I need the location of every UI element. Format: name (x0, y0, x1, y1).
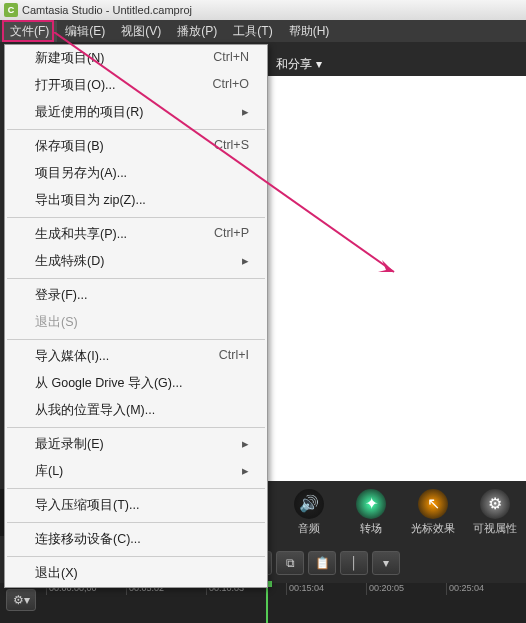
menu-separator (7, 556, 265, 557)
menu-item-label: 从 Google Drive 导入(G)... (35, 375, 182, 392)
menu-item-label: 打开项目(O)... (35, 77, 115, 94)
file-menu-dropdown: 新建项目(N)Ctrl+N打开项目(O)...Ctrl+O最近使用的项目(R)▸… (4, 44, 268, 588)
menu-item-label: 导出项目为 zip(Z)... (35, 192, 146, 209)
menu-view[interactable]: 视图(V) (113, 21, 169, 42)
tab-转场[interactable]: ✦转场 (340, 489, 402, 536)
menu-file[interactable]: 文件(F) (2, 21, 57, 42)
menu-item-shortcut: Ctrl+P (214, 226, 249, 243)
menu-item[interactable]: 登录(F)... (5, 282, 267, 309)
menu-item[interactable]: 打开项目(O)...Ctrl+O (5, 72, 267, 99)
menu-separator (7, 278, 265, 279)
menu-edit[interactable]: 编辑(E) (57, 21, 113, 42)
menu-item-label: 项目另存为(A)... (35, 165, 127, 182)
menu-tools[interactable]: 工具(T) (225, 21, 280, 42)
menu-item-shortcut: ▸ (242, 436, 249, 453)
playhead[interactable] (266, 583, 268, 623)
menu-item-label: 连接移动设备(C)... (35, 531, 141, 548)
menu-item-label: 从我的位置导入(M)... (35, 402, 155, 419)
timeline-ruler[interactable]: 00:00:00;0000:05:0200:10:0300:15:0400:20… (46, 583, 526, 623)
tab-label: 转场 (360, 521, 382, 536)
tab-icon: ↖ (418, 489, 448, 519)
menu-item-label: 导入压缩项目(T)... (35, 497, 139, 514)
split-button[interactable]: │ (340, 551, 368, 575)
menu-separator (7, 522, 265, 523)
menu-separator (7, 339, 265, 340)
menu-item-label: 退出(S) (35, 314, 78, 331)
title-bar: C Camtasia Studio - Untitled.camproj (0, 0, 526, 20)
time-tick: 00:15:04 (286, 583, 324, 595)
time-tick: 00:20:05 (366, 583, 404, 595)
tab-label: 光标效果 (411, 521, 455, 536)
menu-separator (7, 129, 265, 130)
menu-item-shortcut: ▸ (242, 104, 249, 121)
tool-button[interactable]: ▾ (372, 551, 400, 575)
app-icon: C (4, 3, 18, 17)
share-toolbar[interactable]: 和分享 ▾ (268, 52, 330, 76)
menu-item-shortcut: ▸ (242, 463, 249, 480)
menu-item-shortcut: ▸ (242, 253, 249, 270)
menu-item-label: 最近使用的项目(R) (35, 104, 143, 121)
menu-item-label: 最近录制(E) (35, 436, 104, 453)
menu-item-label: 库(L) (35, 463, 63, 480)
time-tick: 00:25:04 (446, 583, 484, 595)
menu-item[interactable]: 从我的位置导入(M)... (5, 397, 267, 424)
timeline[interactable]: ⚙▾ 00:00:00;0000:05:0200:10:0300:15:0400… (0, 583, 526, 623)
menu-item[interactable]: 库(L)▸ (5, 458, 267, 485)
timeline-settings-button[interactable]: ⚙▾ (6, 589, 36, 611)
menu-item[interactable]: 最近录制(E)▸ (5, 431, 267, 458)
menu-item-shortcut: Ctrl+N (213, 50, 249, 67)
menu-item[interactable]: 最近使用的项目(R)▸ (5, 99, 267, 126)
menu-play[interactable]: 播放(P) (169, 21, 225, 42)
menu-help[interactable]: 帮助(H) (281, 21, 338, 42)
tab-label: 音频 (298, 521, 320, 536)
tab-label: 可视属性 (473, 521, 517, 536)
menu-separator (7, 488, 265, 489)
menu-item[interactable]: 连接移动设备(C)... (5, 526, 267, 553)
menu-item[interactable]: 导入压缩项目(T)... (5, 492, 267, 519)
menu-item[interactable]: 新建项目(N)Ctrl+N (5, 45, 267, 72)
menu-item-shortcut: Ctrl+I (219, 348, 249, 365)
window-title: Camtasia Studio - Untitled.camproj (22, 4, 192, 16)
tab-光标效果[interactable]: ↖光标效果 (402, 489, 464, 536)
menu-item: 退出(S) (5, 309, 267, 336)
menu-item[interactable]: 保存项目(B)Ctrl+S (5, 133, 267, 160)
menu-item[interactable]: 生成和共享(P)...Ctrl+P (5, 221, 267, 248)
preview-canvas[interactable] (268, 76, 526, 481)
menu-item-shortcut: Ctrl+O (213, 77, 249, 94)
menu-item-label: 登录(F)... (35, 287, 87, 304)
menu-item-label: 新建项目(N) (35, 50, 104, 67)
tab-可视属性[interactable]: ⚙可视属性 (464, 489, 526, 536)
menu-item[interactable]: 退出(X) (5, 560, 267, 587)
menu-item-label: 保存项目(B) (35, 138, 104, 155)
tab-icon: 🔊 (294, 489, 324, 519)
menu-item-shortcut: Ctrl+S (214, 138, 249, 155)
tab-icon: ⚙ (480, 489, 510, 519)
share-label: 和分享 (276, 56, 312, 73)
menu-item[interactable]: 导出项目为 zip(Z)... (5, 187, 267, 214)
menu-item[interactable]: 导入媒体(I)...Ctrl+I (5, 343, 267, 370)
paste-button[interactable]: 📋 (308, 551, 336, 575)
menu-bar: 文件(F) 编辑(E) 视图(V) 播放(P) 工具(T) 帮助(H) (0, 20, 526, 42)
menu-item-label: 生成和共享(P)... (35, 226, 127, 243)
chevron-down-icon: ▾ (316, 57, 322, 71)
menu-item-label: 导入媒体(I)... (35, 348, 109, 365)
menu-item[interactable]: 项目另存为(A)... (5, 160, 267, 187)
menu-item-label: 退出(X) (35, 565, 78, 582)
tab-icon: ✦ (356, 489, 386, 519)
copy-button[interactable]: ⧉ (276, 551, 304, 575)
menu-item-label: 生成特殊(D) (35, 253, 104, 270)
menu-separator (7, 427, 265, 428)
menu-item[interactable]: 从 Google Drive 导入(G)... (5, 370, 267, 397)
tab-音频[interactable]: 🔊音频 (278, 489, 340, 536)
menu-item[interactable]: 生成特殊(D)▸ (5, 248, 267, 275)
menu-separator (7, 217, 265, 218)
